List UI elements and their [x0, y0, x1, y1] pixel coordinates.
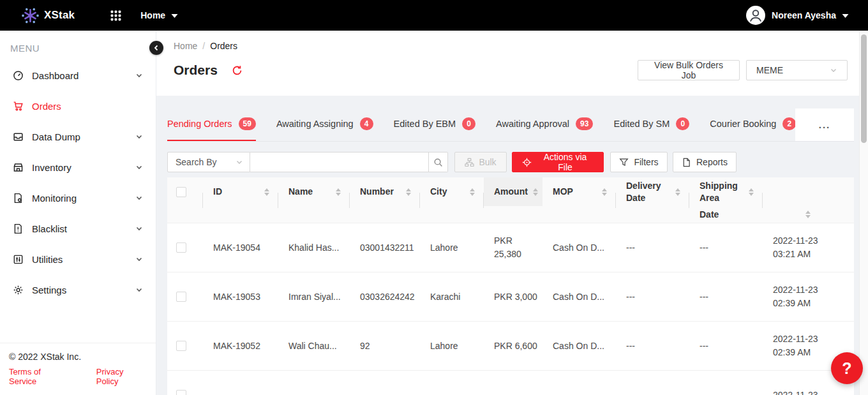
cell-number: 92	[350, 322, 420, 370]
cell-date: 2022-11-23 02:39 AM	[763, 272, 854, 321]
cell-mop: Cash On D...	[542, 223, 616, 272]
sidebar-item-label: Monitoring	[32, 193, 77, 204]
sidebar-item-label: Orders	[32, 101, 61, 112]
tab-edited-by-sm[interactable]: Edited By SM 0	[613, 108, 689, 141]
sort-icon[interactable]	[670, 188, 680, 196]
sidebar-item-label: Blacklist	[32, 223, 67, 234]
cell-delivery-date: ---	[616, 322, 689, 370]
refresh-icon[interactable]	[232, 65, 243, 76]
sidebar-item-monitoring[interactable]: Monitoring	[0, 183, 156, 213]
sort-icon[interactable]	[401, 188, 411, 196]
chevron-down-icon	[135, 255, 143, 263]
tab-awaiting-assigning[interactable]: Awaiting Assigning 4	[276, 108, 373, 141]
cell-date: 2022-11-23 03:21 AM	[763, 223, 854, 272]
column-header-number[interactable]: Number	[350, 177, 420, 206]
table-row-partial[interactable]: 2022-11-23	[167, 371, 854, 395]
row-checkbox[interactable]	[176, 292, 186, 302]
sidebar-item-utilities[interactable]: Utilities	[0, 244, 156, 274]
nav-home-menu[interactable]: Home	[140, 10, 178, 21]
sidebar-item-settings[interactable]: Settings	[0, 274, 156, 305]
top-navbar: XStak Home Noreen Ayesha	[0, 0, 868, 31]
privacy-policy-link[interactable]: Privacy Policy	[96, 367, 147, 386]
tab-count-badge: 59	[239, 117, 256, 130]
breadcrumb-home-link[interactable]: Home	[174, 41, 197, 51]
sort-icon[interactable]	[259, 188, 269, 196]
filters-button[interactable]: Filters	[610, 152, 668, 172]
search-by-select[interactable]: Search By	[167, 152, 250, 172]
filters-label: Filters	[634, 157, 658, 167]
column-header-delivery-date[interactable]: Delivery Date	[616, 177, 689, 206]
tab-edited-by-ebm[interactable]: Edited By EBM 0	[394, 108, 476, 141]
cart-icon	[13, 101, 24, 112]
actions-via-file-button[interactable]: Actions via File	[512, 152, 604, 172]
apps-grid-icon[interactable]	[110, 10, 121, 21]
sidebar-item-data-dump[interactable]: Data Dump	[0, 121, 156, 152]
sidebar-item-orders[interactable]: Orders	[0, 91, 156, 121]
column-header-shipping-area[interactable]: Shipping Area	[689, 177, 763, 206]
select-all-checkbox[interactable]	[176, 187, 186, 197]
table-row[interactable]: MAK-19054 Khalid Has... 03001432211 Laho…	[167, 223, 854, 272]
sidebar-item-label: Settings	[32, 285, 66, 295]
gauge-icon	[13, 70, 24, 81]
chevron-down-icon	[135, 194, 143, 202]
tab-courier-booking[interactable]: Courier Booking 2	[710, 108, 795, 141]
tab-awaiting-approval[interactable]: Awaiting Approval 93	[496, 108, 593, 141]
bulk-button[interactable]: Bulk	[454, 152, 507, 172]
reports-button[interactable]: Reports	[673, 152, 737, 172]
tabs-more-button[interactable]: ...	[795, 108, 854, 142]
tab-count-badge: 0	[676, 117, 689, 130]
order-status-tabs: Pending Orders 59 Awaiting Assigning 4 E…	[156, 108, 859, 142]
tabs-list: Pending Orders 59 Awaiting Assigning 4 E…	[167, 108, 795, 142]
column-header-mop[interactable]: MOP	[542, 177, 616, 206]
sidebar-item-label: Inventory	[32, 162, 71, 173]
sort-icon[interactable]	[597, 188, 607, 196]
search-button[interactable]	[429, 152, 448, 172]
sidebar-collapse-button[interactable]	[149, 41, 163, 55]
terms-of-service-link[interactable]: Terms of Service	[9, 367, 70, 386]
page-title: Orders	[174, 63, 218, 78]
row-checkbox[interactable]	[176, 341, 186, 351]
sidebar-item-dashboard[interactable]: Dashboard	[0, 60, 156, 91]
sort-icon[interactable]	[528, 188, 538, 196]
search-input[interactable]	[250, 152, 429, 172]
chevron-down-icon	[236, 158, 243, 166]
view-bulk-orders-job-button[interactable]: View Bulk Orders Job	[638, 60, 740, 80]
column-header-amount[interactable]: Amount	[484, 177, 542, 206]
sidebar-item-blacklist[interactable]: Blacklist	[0, 213, 156, 244]
table-row[interactable]: MAK-19052 Wali Chau... 92 Lahore PKR 6,6…	[167, 322, 854, 371]
row-checkbox[interactable]	[176, 390, 186, 395]
sort-icon[interactable]	[465, 188, 475, 196]
row-checkbox[interactable]	[176, 242, 186, 253]
store-icon	[13, 162, 24, 173]
tab-pending-orders[interactable]: Pending Orders 59	[167, 108, 256, 141]
brand-filter-value: MEME	[756, 65, 783, 75]
tab-label: Edited By SM	[613, 119, 670, 129]
breadcrumb-current: Orders	[210, 41, 237, 51]
reports-label: Reports	[696, 157, 728, 167]
column-header-date[interactable]: Date	[689, 206, 854, 223]
column-header-id[interactable]: ID	[203, 177, 278, 206]
sort-icon[interactable]	[331, 188, 341, 196]
brand-filter-select[interactable]: MEME	[746, 60, 848, 80]
help-button[interactable]: ?	[831, 352, 863, 384]
chevron-down-icon	[135, 286, 143, 294]
chevron-down-icon	[830, 66, 837, 74]
sort-icon[interactable]	[800, 211, 811, 218]
tab-count-badge: 4	[360, 117, 373, 130]
search-by-value: Search By	[176, 157, 217, 167]
cell-id: MAK-19054	[203, 223, 278, 272]
header-select-all-cell	[167, 177, 203, 206]
brand-logo[interactable]: XStak	[22, 7, 75, 24]
scrollbar-thumb[interactable]	[861, 34, 867, 143]
column-header-name[interactable]: Name	[278, 177, 350, 206]
sidebar-item-inventory[interactable]: Inventory	[0, 152, 156, 183]
breadcrumb-separator: /	[202, 41, 205, 51]
cell-name: Wali Chau...	[278, 322, 350, 370]
sort-icon[interactable]	[744, 188, 754, 196]
column-header-city[interactable]: City	[420, 177, 484, 206]
page-scrollbar[interactable]	[859, 31, 868, 395]
tab-count-badge: 2	[782, 117, 795, 130]
table-row[interactable]: MAK-19053 Imran Siyal... 03032624242 Kar…	[167, 272, 854, 322]
user-menu[interactable]: Noreen Ayesha	[746, 6, 849, 25]
search-icon	[433, 158, 443, 167]
